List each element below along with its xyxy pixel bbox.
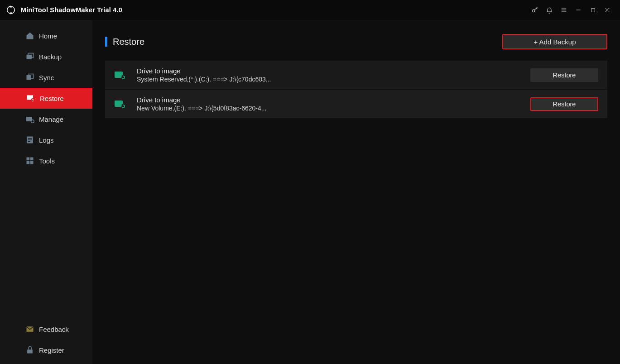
sidebar-item-label: Restore (40, 95, 64, 102)
svg-rect-16 (27, 161, 30, 164)
svg-point-2 (533, 10, 535, 12)
maximize-button[interactable] (586, 3, 600, 17)
svg-text:C: C (32, 99, 34, 102)
app-title: MiniTool ShadowMaker Trial 4.0 (21, 6, 122, 14)
drive-image-icon (114, 99, 126, 109)
row-title: Drive to image (137, 67, 271, 75)
backup-list: Drive to image System Reserved,(*:).(C:)… (105, 61, 607, 119)
sidebar-item-label: Manage (39, 115, 63, 123)
sidebar-item-backup[interactable]: Backup (0, 46, 92, 67)
sidebar-item-label: Feedback (39, 326, 69, 333)
restore-button-label: Restore (553, 72, 576, 79)
app-logo-icon (5, 5, 16, 15)
page-title: Restore (113, 37, 144, 47)
home-icon (25, 31, 34, 40)
sidebar-item-logs[interactable]: Logs (0, 129, 92, 150)
sidebar-item-home[interactable]: Home (0, 25, 92, 46)
manage-icon (25, 115, 34, 124)
svg-rect-4 (27, 55, 32, 59)
sidebar-item-sync[interactable]: Sync (0, 67, 92, 88)
row-subtitle: System Reserved,(*:).(C:). ===> J:\{c70d… (137, 76, 271, 83)
row-subtitle: New Volume,(E:). ===> J:\{5d0f83ac-6620-… (137, 105, 266, 112)
svg-rect-15 (30, 158, 34, 161)
sidebar-item-feedback[interactable]: Feedback (0, 319, 92, 340)
sidebar-item-tools[interactable]: Tools (0, 150, 92, 171)
sidebar-item-manage[interactable]: Manage (0, 109, 92, 129)
register-icon (25, 345, 34, 354)
sidebar-item-restore[interactable]: C Restore (0, 88, 92, 109)
header-accent-bar (105, 37, 107, 47)
sidebar-item-label: Tools (39, 157, 55, 165)
drive-image-icon (114, 70, 126, 80)
svg-rect-14 (27, 158, 30, 161)
sidebar-item-label: Backup (39, 53, 62, 61)
key-icon[interactable] (528, 3, 542, 17)
add-backup-button[interactable]: + Add Backup (502, 34, 607, 49)
app-window: MiniTool ShadowMaker Trial 4.0 (0, 0, 620, 364)
restore-button[interactable]: Restore (530, 68, 598, 82)
backup-icon (25, 52, 34, 61)
sidebar-item-register[interactable]: Register (0, 340, 92, 360)
restore-button-label: Restore (553, 101, 576, 108)
restore-icon: C (26, 94, 35, 103)
sidebar: Home Backup Sync C (0, 20, 92, 364)
minimize-button[interactable] (571, 3, 586, 17)
titlebar: MiniTool ShadowMaker Trial 4.0 (0, 0, 620, 20)
backup-row: Drive to image New Volume,(E:). ===> J:\… (105, 90, 607, 119)
sidebar-item-label: Register (39, 346, 64, 354)
sidebar-item-label: Home (39, 32, 57, 40)
row-title: Drive to image (137, 96, 266, 104)
page-header: Restore + Add Backup (105, 31, 607, 53)
tools-icon (25, 156, 34, 165)
notification-icon[interactable] (542, 3, 557, 17)
backup-row: Drive to image System Reserved,(*:).(C:)… (105, 61, 607, 90)
sidebar-item-label: Logs (39, 136, 54, 144)
sync-icon (25, 73, 34, 82)
close-button[interactable] (600, 3, 615, 17)
menu-icon[interactable] (557, 3, 571, 17)
main-panel: Restore + Add Backup Drive to image Syst… (92, 20, 620, 364)
sidebar-item-label: Sync (39, 74, 54, 81)
svg-rect-3 (591, 8, 595, 12)
logs-icon (25, 135, 34, 144)
svg-rect-17 (30, 161, 34, 164)
feedback-icon (25, 325, 34, 334)
add-backup-label: + Add Backup (534, 38, 576, 46)
restore-button[interactable]: Restore (530, 97, 598, 111)
svg-rect-19 (27, 350, 33, 353)
